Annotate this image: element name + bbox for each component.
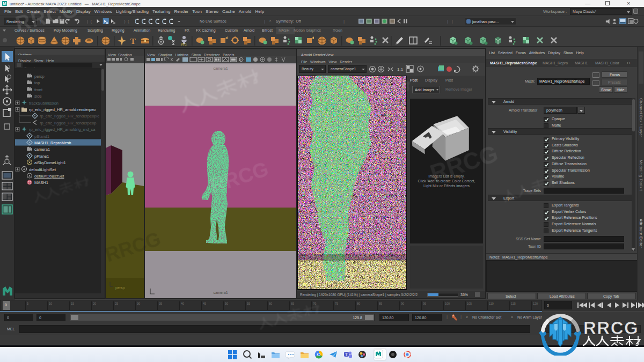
svg-text:front: front xyxy=(34,87,43,92)
svg-text:50: 50 xyxy=(225,302,228,305)
svg-text:15: 15 xyxy=(71,302,74,305)
svg-text:top: top xyxy=(34,80,40,85)
svg-text:MASH1_ReproMesh: MASH1_ReproMesh xyxy=(34,141,71,145)
svg-text:defaultObjectSet: defaultObjectSet xyxy=(34,174,64,179)
svg-text:camera1: camera1 xyxy=(213,291,228,294)
svg-text:rp_eric_rigged_HR_renderpeople: rp_eric_rigged_HR_renderpeople xyxy=(40,114,99,119)
svg-text:105: 105 xyxy=(467,302,472,305)
svg-text:persp: persp xyxy=(115,286,125,290)
svg-text:camera1: camera1 xyxy=(213,67,228,70)
svg-text:35: 35 xyxy=(159,302,162,305)
svg-text:pPlane1: pPlane1 xyxy=(34,154,49,159)
svg-text:trackSubmission: trackSubmission xyxy=(29,101,58,106)
svg-text:90: 90 xyxy=(401,302,404,305)
svg-text:ƒ: ƒ xyxy=(240,58,241,62)
svg-text:40: 40 xyxy=(181,302,184,305)
svg-text:rp_eric_rigged_HR_arnoldrig_rn: rp_eric_rigged_HR_arnoldrig_rnd_ca xyxy=(29,127,96,132)
svg-text:side: side xyxy=(34,94,42,99)
svg-text:25: 25 xyxy=(115,302,118,305)
svg-text:120: 120 xyxy=(533,302,538,305)
svg-text:RRCG: RRCG xyxy=(583,318,639,338)
svg-text:T: T xyxy=(130,37,136,46)
svg-text:RIG: RIG xyxy=(181,43,187,46)
svg-text:pStand1: pStand1 xyxy=(34,134,49,139)
svg-text:100: 100 xyxy=(445,302,450,305)
svg-text:rp_eric_rigged_HR_renderpeop: rp_eric_rigged_HR_renderpeop xyxy=(40,121,96,125)
svg-text:T: T xyxy=(345,353,348,357)
svg-text:110: 110 xyxy=(489,302,494,305)
svg-text:20: 20 xyxy=(93,302,96,305)
svg-text:rp_eric_rigged_HR_arnold:rende: rp_eric_rigged_HR_arnold:renderpeo xyxy=(29,107,96,112)
svg-text:45: 45 xyxy=(203,302,206,305)
svg-text:10: 10 xyxy=(49,302,52,305)
svg-text:1:1: 1:1 xyxy=(397,67,404,72)
svg-text:80: 80 xyxy=(357,302,360,305)
svg-text:aiSkyDomeLight1: aiSkyDomeLight1 xyxy=(34,160,66,165)
svg-text:85: 85 xyxy=(379,302,382,305)
svg-text:30: 30 xyxy=(137,302,140,305)
svg-text:5: 5 xyxy=(27,302,28,305)
svg-text:persp: persp xyxy=(34,74,45,79)
svg-text:MASH1: MASH1 xyxy=(34,180,48,185)
svg-text:55: 55 xyxy=(247,302,250,305)
svg-text:65: 65 xyxy=(291,302,294,305)
svg-text:75: 75 xyxy=(335,302,338,305)
svg-text:60: 60 xyxy=(269,302,272,305)
svg-text:defaultLightSet: defaultLightSet xyxy=(29,167,56,172)
svg-text:camera1: camera1 xyxy=(34,147,50,152)
svg-text:115: 115 xyxy=(511,302,516,305)
svg-text:95: 95 xyxy=(423,302,426,305)
